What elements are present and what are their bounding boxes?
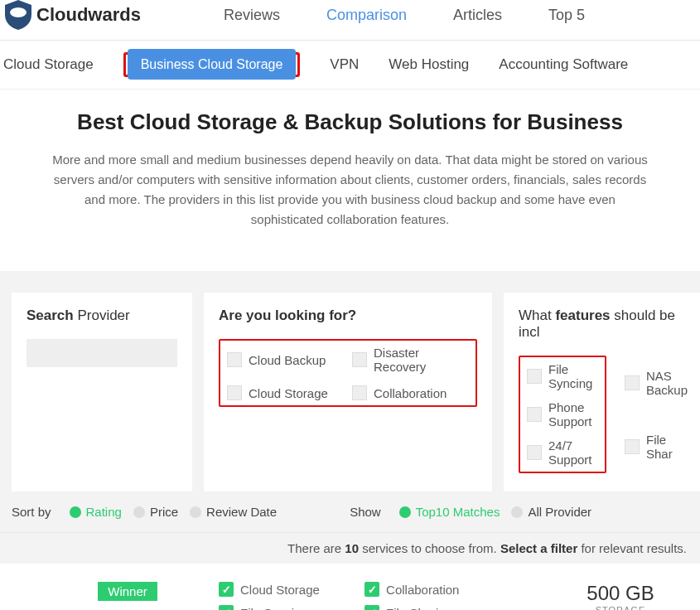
checkbox[interactable] xyxy=(352,385,367,400)
sort-bar: Sort by Rating Price Review Date Show To… xyxy=(0,491,700,532)
winner-badge: Winner xyxy=(98,582,157,601)
features-panel: What features should be incl File Syncin… xyxy=(504,293,700,491)
check-icon: ✓ xyxy=(219,582,234,597)
checkbox[interactable] xyxy=(352,352,367,367)
check-icon: ✓ xyxy=(364,605,379,610)
checkbox[interactable] xyxy=(527,407,542,422)
highlight-box: Cloud Backup Disaster Recovery Cloud Sto… xyxy=(219,339,477,407)
cloud-shield-icon xyxy=(5,0,31,30)
checkbox[interactable] xyxy=(227,352,242,367)
opt-disaster-recovery[interactable]: Disaster Recovery xyxy=(352,346,469,374)
feature-item: ✓File Sharing xyxy=(364,605,467,610)
subnav-web-hosting[interactable]: Web Hosting xyxy=(389,56,469,73)
page-title: Best Cloud Storage & Backup Solutions fo… xyxy=(50,109,650,135)
brand-logo[interactable]: Cloudwards xyxy=(0,0,141,30)
filter-section: Search Provider Are you looking for? Clo… xyxy=(0,271,700,491)
subnav-business-cloud-storage[interactable]: Business Cloud Storage xyxy=(128,49,297,80)
rank-number: 1 xyxy=(13,582,36,610)
highlight-box: Business Cloud Storage xyxy=(123,52,301,77)
search-panel: Search Provider xyxy=(12,293,192,491)
svg-point-0 xyxy=(10,7,27,17)
hero: Best Cloud Storage & Backup Solutions fo… xyxy=(0,90,700,271)
storage-label: STORAGE xyxy=(554,605,687,610)
radio-icon xyxy=(190,506,201,518)
storage-value: 500 GB xyxy=(554,582,687,605)
search-input[interactable] xyxy=(27,339,177,367)
opt-247-support[interactable]: 24/7 Support xyxy=(527,438,598,467)
subnav-accounting[interactable]: Accounting Software xyxy=(499,56,628,73)
radio-icon xyxy=(399,506,411,518)
opt-file-syncing[interactable]: File Syncing xyxy=(527,362,598,390)
pricing-block: 500 GB STORAGE $ 4.08 PER MONTH / USER A… xyxy=(554,582,687,610)
topnav-articles[interactable]: Articles xyxy=(453,7,502,24)
sort-label: Sort by xyxy=(12,505,51,519)
highlight-box: File Syncing Phone Support 24/7 Support xyxy=(519,356,606,473)
opt-cloud-storage[interactable]: Cloud Storage xyxy=(227,385,344,400)
checkbox[interactable] xyxy=(625,375,640,390)
looking-for-panel: Are you looking for? Cloud Backup Disast… xyxy=(204,293,492,491)
subnav-vpn[interactable]: VPN xyxy=(330,56,359,73)
feature-columns: ✓Cloud Storage ✓File Syncing –NAS Backup… xyxy=(219,582,467,610)
opt-file-sharing[interactable]: File Shar xyxy=(625,419,688,473)
result-count-bar: There are 10 services to choose from. Se… xyxy=(0,532,700,564)
radio-icon xyxy=(511,506,523,518)
topnav-links: Reviews Comparison Articles Top 5 xyxy=(224,7,585,24)
feature-item: ✓Collaboration xyxy=(364,582,467,597)
sort-rating[interactable]: Rating xyxy=(70,505,122,519)
checkbox[interactable] xyxy=(625,439,640,454)
radio-icon xyxy=(133,506,145,518)
opt-cloud-backup[interactable]: Cloud Backup xyxy=(227,346,344,374)
sub-nav: Cloud Storage Business Cloud Storage VPN… xyxy=(0,41,700,90)
sort-review-date[interactable]: Review Date xyxy=(190,505,277,519)
checkbox[interactable] xyxy=(527,445,542,460)
looking-title: Are you looking for? xyxy=(219,307,477,324)
topnav-comparison[interactable]: Comparison xyxy=(326,7,407,24)
sort-price[interactable]: Price xyxy=(133,505,178,519)
show-label: Show xyxy=(350,505,381,519)
top-nav: Cloudwards Reviews Comparison Articles T… xyxy=(0,0,700,41)
provider-card: 1 Winner ❁ sync.com www.sync.com ★★★★★ ✓… xyxy=(0,564,700,610)
feature-item: ✓Cloud Storage xyxy=(219,582,323,597)
show-top10[interactable]: Top10 Matches xyxy=(399,505,500,519)
opt-nas-backup[interactable]: NAS Backup xyxy=(625,356,688,409)
page-description: More and more small and medium businesse… xyxy=(50,150,650,230)
radio-icon xyxy=(70,506,81,518)
search-label: Search Provider xyxy=(27,307,177,324)
check-icon: ✓ xyxy=(364,582,379,597)
brand-name: Cloudwards xyxy=(36,4,141,26)
provider-info: Winner ❁ sync.com www.sync.com ★★★★★ xyxy=(36,582,219,610)
topnav-top5[interactable]: Top 5 xyxy=(548,7,585,24)
opt-collaboration[interactable]: Collaboration xyxy=(352,385,469,400)
checkbox[interactable] xyxy=(227,385,242,400)
select-filter-link[interactable]: Select a filter xyxy=(500,541,577,555)
topnav-reviews[interactable]: Reviews xyxy=(224,7,280,24)
subnav-cloud-storage[interactable]: Cloud Storage xyxy=(3,56,94,73)
show-all[interactable]: All Provider xyxy=(511,505,591,519)
check-icon: ✓ xyxy=(219,605,234,610)
opt-phone-support[interactable]: Phone Support xyxy=(527,400,598,428)
feature-item: ✓File Syncing xyxy=(219,605,323,610)
checkbox[interactable] xyxy=(527,369,542,384)
features-title: What features should be incl xyxy=(519,307,688,341)
